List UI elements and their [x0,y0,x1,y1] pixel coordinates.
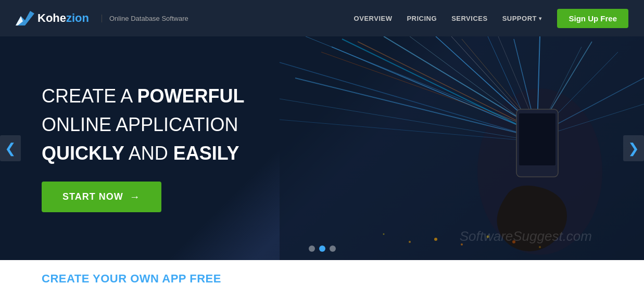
svg-rect-28 [519,113,555,165]
signup-button[interactable]: Sign Up Free [557,9,628,28]
carousel-dot-2[interactable] [319,246,325,252]
logo-text: Kohezion [37,11,89,25]
hero-section: ❮ CREATE A POWERFUL ONLINE APPLICATION Q… [0,36,644,260]
nav-item-support[interactable]: SUPPORT ▾ [502,15,542,22]
nav-item-pricing[interactable]: PRICING [407,14,437,23]
svg-point-35 [539,246,541,248]
arrow-icon: → [130,191,141,203]
navbar-left: Kohezion Online Database Software [16,11,188,25]
bottom-heading: CREATE YOUR OWN APP FREE [42,272,221,286]
hero-content: CREATE A POWERFUL ONLINE APPLICATION QUI… [0,84,244,212]
hero-title-line2: ONLINE APPLICATION [42,113,244,136]
svg-point-34 [383,234,385,235]
carousel-dot-1[interactable] [309,246,315,252]
carousel-dots [309,246,336,252]
carousel-dot-3[interactable] [330,246,336,252]
tagline: Online Database Software [102,15,188,22]
logo-icon [16,11,34,25]
svg-point-29 [434,238,437,241]
nav-item-services[interactable]: SERVICES [451,14,488,23]
svg-point-31 [487,236,489,238]
chevron-down-icon: ▾ [539,16,542,21]
carousel-next-button[interactable]: ❯ [623,135,644,161]
start-now-button[interactable]: START NOW → [42,182,161,212]
svg-point-30 [461,243,463,246]
logo[interactable]: Kohezion [16,11,89,25]
hero-background [280,36,644,260]
hero-title-line3: QUICKLY AND EASILY [42,141,244,165]
hero-title-line1: CREATE A POWERFUL [42,84,244,108]
svg-point-32 [409,241,411,243]
carousel-prev-button[interactable]: ❮ [0,135,21,161]
bottom-section: CREATE YOUR OWN APP FREE [0,260,644,297]
nav-links: OVERVIEW PRICING SERVICES SUPPORT ▾ [354,14,542,23]
svg-point-33 [512,240,515,243]
start-now-label: START NOW [62,191,123,202]
nav-item-overview[interactable]: OVERVIEW [354,14,393,23]
navbar-right: OVERVIEW PRICING SERVICES SUPPORT ▾ Sign… [354,9,628,28]
navbar: Kohezion Online Database Software OVERVI… [0,0,644,36]
